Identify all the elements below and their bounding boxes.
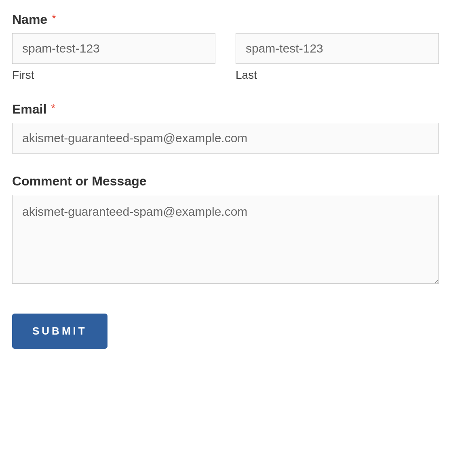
last-name-sublabel: Last	[236, 69, 439, 82]
name-label-text: Name	[12, 12, 47, 27]
submit-button[interactable]: SUBMIT	[12, 314, 107, 349]
first-name-sublabel: First	[12, 69, 215, 82]
email-input[interactable]	[12, 123, 439, 154]
required-indicator: *	[51, 102, 55, 114]
email-field-group: Email *	[12, 102, 439, 154]
email-label: Email *	[12, 102, 439, 117]
email-label-text: Email	[12, 102, 46, 116]
last-name-input[interactable]	[236, 33, 439, 64]
name-field-group: Name * First Last	[12, 12, 439, 82]
name-label: Name *	[12, 12, 439, 27]
required-indicator: *	[52, 12, 56, 25]
comment-field-group: Comment or Message	[12, 174, 439, 285]
first-name-input[interactable]	[12, 33, 215, 64]
comment-label: Comment or Message	[12, 174, 439, 189]
comment-textarea[interactable]	[12, 195, 439, 284]
comment-label-text: Comment or Message	[12, 174, 147, 188]
